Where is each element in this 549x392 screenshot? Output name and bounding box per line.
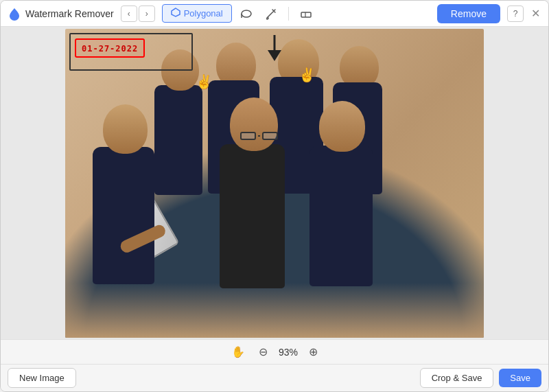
figures: ✌ ✌ — [65, 29, 484, 338]
brush-tool[interactable] — [261, 3, 281, 24]
crop-save-button[interactable]: Crop & Save — [420, 368, 494, 388]
back-button[interactable]: ‹ — [121, 5, 137, 22]
zoom-in-icon[interactable]: ⊕ — [309, 345, 318, 358]
app-logo — [8, 7, 21, 21]
eraser-tool[interactable] — [296, 3, 316, 24]
image-container[interactable]: ✌ ✌ 01-27-2022 — [65, 29, 484, 338]
bottom-bar: New Image Crop & Save Save — [1, 364, 548, 391]
nav-buttons: ‹ › — [121, 5, 155, 22]
polygonal-label: Polygonal — [184, 8, 223, 19]
toolbar-separator — [288, 7, 289, 21]
watermark-box: 01-27-2022 — [75, 38, 145, 58]
svg-rect-3 — [301, 12, 311, 17]
help-button[interactable]: ? — [507, 5, 524, 22]
toolbar: Polygonal — [162, 3, 432, 24]
hand-tool-icon[interactable]: ✋ — [231, 345, 245, 358]
window-controls: ? ✕ — [507, 5, 541, 22]
svg-marker-0 — [172, 8, 180, 16]
photo-area: ✌ ✌ 01-27-2022 — [65, 29, 484, 338]
zoom-bar: ✋ ⊖ 93% ⊕ — [1, 339, 548, 364]
lasso-tool[interactable] — [236, 3, 257, 24]
close-button[interactable]: ✕ — [529, 8, 541, 20]
forward-button[interactable]: › — [139, 5, 155, 22]
zoom-out-icon[interactable]: ⊖ — [259, 345, 268, 358]
app-title: Watermark Remover — [25, 8, 114, 19]
svg-point-1 — [242, 10, 251, 17]
main-canvas: ✌ ✌ 01-27-2022 — [1, 27, 548, 339]
title-bar: Watermark Remover ‹ › Polygonal — [1, 1, 548, 27]
new-image-button[interactable]: New Image — [8, 368, 76, 388]
remove-button[interactable]: Remove — [437, 4, 500, 23]
watermark-text: 01-27-2022 — [82, 44, 138, 54]
polygonal-icon — [171, 8, 180, 19]
save-button[interactable]: Save — [499, 369, 541, 387]
polygonal-tool[interactable]: Polygonal — [162, 4, 232, 23]
zoom-level: 93% — [274, 347, 302, 358]
